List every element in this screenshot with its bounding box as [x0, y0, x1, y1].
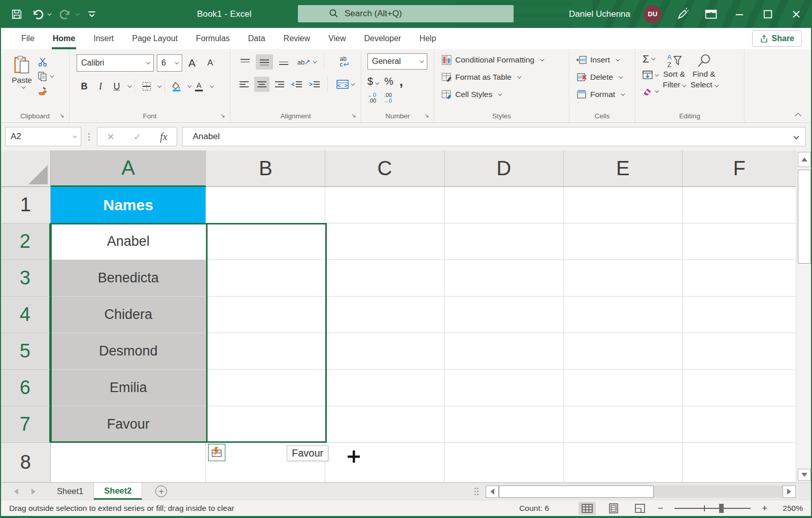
number-dialog-launcher[interactable]: ↘ [424, 113, 430, 119]
cell-f4[interactable] [683, 297, 796, 333]
decrease-decimal-button[interactable]: .00 →0 [383, 92, 392, 104]
insert-cells-button[interactable]: Insert [577, 51, 635, 69]
row-header-3[interactable]: 3 [1, 260, 51, 297]
cell-e7[interactable] [564, 406, 683, 443]
tab-page-layout[interactable]: Page Layout [123, 28, 187, 49]
undo-button[interactable] [29, 5, 52, 23]
tab-insert[interactable]: Insert [84, 28, 123, 49]
column-header-d[interactable]: D [445, 150, 564, 187]
cell-a4[interactable]: Chidera [51, 297, 207, 333]
cell-a3[interactable]: Benedicta [51, 260, 207, 297]
cell-b1[interactable] [206, 187, 325, 223]
fill-button[interactable] [642, 69, 658, 82]
maximize-button[interactable] [760, 7, 775, 22]
cell-d1[interactable] [445, 187, 564, 223]
borders-button[interactable] [139, 79, 154, 94]
formula-input[interactable]: Anabel [182, 127, 806, 146]
decrease-indent-button[interactable] [289, 77, 305, 92]
collapse-ribbon-button[interactable] [796, 114, 803, 118]
page-break-preview-button[interactable] [631, 502, 649, 515]
number-format-select[interactable]: General [367, 53, 427, 70]
tab-data[interactable]: Data [239, 28, 275, 49]
cell-f3[interactable] [683, 260, 796, 297]
cell-b7[interactable] [206, 406, 325, 443]
scroll-down-button[interactable] [798, 469, 811, 481]
alignment-dialog-launcher[interactable]: ↘ [351, 113, 357, 119]
formula-bar-drag-handle[interactable] [88, 133, 90, 135]
zoom-in-button[interactable]: + [762, 503, 767, 514]
sheet-tab-sheet2[interactable]: Sheet2 [94, 483, 142, 500]
scroll-up-button[interactable] [798, 152, 811, 167]
fill-color-button[interactable] [169, 79, 184, 94]
tab-home[interactable]: Home [44, 28, 84, 49]
cell-b3[interactable] [206, 260, 325, 297]
format-as-table-button[interactable]: Format as Table [442, 69, 569, 86]
cell-e2[interactable] [564, 223, 683, 260]
align-right-button[interactable] [272, 77, 287, 92]
scroll-right-button[interactable] [783, 485, 796, 498]
decrease-font-button[interactable]: Aˇ [204, 55, 219, 71]
cell-c4[interactable] [325, 297, 445, 333]
cell-a6[interactable]: Emilia [51, 370, 207, 406]
copy-button[interactable] [38, 71, 53, 81]
cell-a7[interactable]: Favour [51, 406, 207, 443]
close-button[interactable] [789, 7, 804, 22]
orientation-button[interactable]: ab [294, 54, 319, 70]
font-family-select[interactable]: Calibri [77, 54, 154, 72]
delete-cells-button[interactable]: Delete [577, 69, 635, 86]
cell-c5[interactable] [325, 333, 445, 370]
page-layout-view-button[interactable] [605, 502, 622, 515]
cell-d8[interactable] [445, 443, 564, 482]
bold-button[interactable]: B [77, 79, 92, 94]
cell-d7[interactable] [445, 406, 564, 443]
align-center-button[interactable] [254, 77, 270, 92]
cell-e1[interactable] [564, 187, 683, 223]
cell-a1[interactable]: Names [51, 187, 207, 223]
column-header-a[interactable]: A [51, 150, 207, 187]
underline-button[interactable]: U [109, 79, 124, 94]
font-color-button[interactable]: A [191, 79, 207, 94]
confirm-entry-button[interactable]: ✓ [133, 131, 142, 143]
previous-sheet-button[interactable] [14, 489, 18, 495]
row-header-6[interactable]: 6 [1, 370, 51, 406]
cell-e8[interactable] [564, 443, 683, 482]
comma-button[interactable]: , [399, 74, 403, 89]
cell-c7[interactable] [325, 406, 445, 443]
percent-button[interactable]: % [384, 76, 393, 87]
name-box[interactable]: A2 [5, 127, 81, 146]
cell-c1[interactable] [325, 187, 445, 223]
cell-f5[interactable] [683, 333, 796, 370]
normal-view-button[interactable] [579, 502, 596, 515]
cell-d3[interactable] [445, 260, 564, 297]
align-top-button[interactable] [236, 54, 254, 70]
cell-a5[interactable]: Desmond [51, 333, 207, 370]
cell-b5[interactable] [206, 333, 325, 370]
conditional-formatting-button[interactable]: Conditional Formatting [442, 51, 569, 69]
font-dialog-launcher[interactable]: ↘ [220, 113, 226, 119]
expand-formula-bar-chevron[interactable] [793, 134, 799, 139]
cell-b6[interactable] [206, 370, 325, 406]
increase-decimal-button[interactable]: ←0 .00 [367, 92, 376, 104]
column-header-b[interactable]: B [206, 150, 325, 187]
wrap-text-button[interactable]: ab c [335, 54, 353, 70]
row-header-1[interactable]: 1 [1, 187, 51, 223]
search-input[interactable]: Search (Alt+Q) [298, 5, 514, 22]
align-middle-button[interactable] [256, 54, 273, 70]
tabbar-drag-handle[interactable] [475, 488, 479, 495]
cell-a2[interactable]: Anabel [51, 223, 207, 260]
avatar[interactable]: DU [644, 5, 662, 23]
format-painter-button[interactable] [38, 86, 53, 96]
horizontal-scroll-thumb[interactable] [499, 485, 654, 498]
select-all-corner[interactable] [1, 150, 51, 187]
customize-toolbar-icon[interactable] [85, 7, 98, 21]
horizontal-scroll-track[interactable] [654, 485, 783, 498]
cell-e4[interactable] [564, 297, 683, 333]
tab-review[interactable]: Review [275, 28, 319, 49]
cell-f2[interactable] [683, 223, 796, 260]
clear-button[interactable] [642, 85, 658, 98]
column-header-e[interactable]: E [564, 150, 683, 187]
zoom-level[interactable]: 250% [776, 504, 803, 513]
tab-view[interactable]: View [319, 28, 355, 49]
cell-c6[interactable] [325, 370, 445, 406]
cell-f7[interactable] [683, 406, 796, 443]
